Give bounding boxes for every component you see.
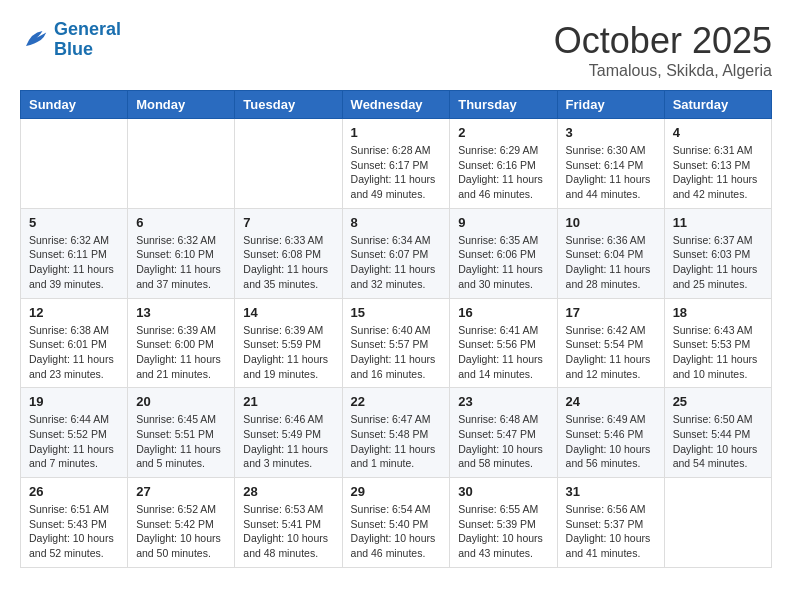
logo-icon [20,25,50,55]
calendar-week-row: 5Sunrise: 6:32 AM Sunset: 6:11 PM Daylig… [21,208,772,298]
calendar-cell: 8Sunrise: 6:34 AM Sunset: 6:07 PM Daylig… [342,208,450,298]
day-info: Sunrise: 6:48 AM Sunset: 5:47 PM Dayligh… [458,412,548,471]
calendar-cell: 19Sunrise: 6:44 AM Sunset: 5:52 PM Dayli… [21,388,128,478]
day-info: Sunrise: 6:37 AM Sunset: 6:03 PM Dayligh… [673,233,763,292]
calendar-cell [21,119,128,209]
calendar-cell: 3Sunrise: 6:30 AM Sunset: 6:14 PM Daylig… [557,119,664,209]
day-info: Sunrise: 6:52 AM Sunset: 5:42 PM Dayligh… [136,502,226,561]
calendar-cell: 10Sunrise: 6:36 AM Sunset: 6:04 PM Dayli… [557,208,664,298]
calendar-cell: 29Sunrise: 6:54 AM Sunset: 5:40 PM Dayli… [342,478,450,568]
day-number: 20 [136,394,226,409]
day-number: 3 [566,125,656,140]
calendar-cell: 23Sunrise: 6:48 AM Sunset: 5:47 PM Dayli… [450,388,557,478]
calendar-cell: 31Sunrise: 6:56 AM Sunset: 5:37 PM Dayli… [557,478,664,568]
day-number: 8 [351,215,442,230]
day-number: 31 [566,484,656,499]
day-info: Sunrise: 6:34 AM Sunset: 6:07 PM Dayligh… [351,233,442,292]
weekday-header: Sunday [21,91,128,119]
day-number: 30 [458,484,548,499]
day-number: 26 [29,484,119,499]
day-info: Sunrise: 6:40 AM Sunset: 5:57 PM Dayligh… [351,323,442,382]
day-info: Sunrise: 6:38 AM Sunset: 6:01 PM Dayligh… [29,323,119,382]
weekday-header: Monday [128,91,235,119]
day-info: Sunrise: 6:41 AM Sunset: 5:56 PM Dayligh… [458,323,548,382]
day-info: Sunrise: 6:51 AM Sunset: 5:43 PM Dayligh… [29,502,119,561]
calendar-cell: 30Sunrise: 6:55 AM Sunset: 5:39 PM Dayli… [450,478,557,568]
calendar-cell: 17Sunrise: 6:42 AM Sunset: 5:54 PM Dayli… [557,298,664,388]
day-info: Sunrise: 6:45 AM Sunset: 5:51 PM Dayligh… [136,412,226,471]
day-number: 21 [243,394,333,409]
calendar-cell: 16Sunrise: 6:41 AM Sunset: 5:56 PM Dayli… [450,298,557,388]
day-info: Sunrise: 6:36 AM Sunset: 6:04 PM Dayligh… [566,233,656,292]
calendar-cell: 14Sunrise: 6:39 AM Sunset: 5:59 PM Dayli… [235,298,342,388]
day-info: Sunrise: 6:32 AM Sunset: 6:11 PM Dayligh… [29,233,119,292]
day-info: Sunrise: 6:55 AM Sunset: 5:39 PM Dayligh… [458,502,548,561]
logo: General Blue [20,20,121,60]
day-number: 25 [673,394,763,409]
calendar-week-row: 12Sunrise: 6:38 AM Sunset: 6:01 PM Dayli… [21,298,772,388]
day-number: 29 [351,484,442,499]
day-info: Sunrise: 6:46 AM Sunset: 5:49 PM Dayligh… [243,412,333,471]
day-number: 2 [458,125,548,140]
day-number: 4 [673,125,763,140]
calendar-header-row: SundayMondayTuesdayWednesdayThursdayFrid… [21,91,772,119]
day-info: Sunrise: 6:44 AM Sunset: 5:52 PM Dayligh… [29,412,119,471]
day-number: 12 [29,305,119,320]
day-info: Sunrise: 6:42 AM Sunset: 5:54 PM Dayligh… [566,323,656,382]
day-info: Sunrise: 6:32 AM Sunset: 6:10 PM Dayligh… [136,233,226,292]
day-number: 14 [243,305,333,320]
weekday-header: Wednesday [342,91,450,119]
day-number: 23 [458,394,548,409]
month-title: October 2025 [554,20,772,62]
calendar-cell: 18Sunrise: 6:43 AM Sunset: 5:53 PM Dayli… [664,298,771,388]
day-info: Sunrise: 6:29 AM Sunset: 6:16 PM Dayligh… [458,143,548,202]
day-number: 27 [136,484,226,499]
calendar-cell: 21Sunrise: 6:46 AM Sunset: 5:49 PM Dayli… [235,388,342,478]
day-info: Sunrise: 6:39 AM Sunset: 6:00 PM Dayligh… [136,323,226,382]
day-info: Sunrise: 6:35 AM Sunset: 6:06 PM Dayligh… [458,233,548,292]
day-info: Sunrise: 6:43 AM Sunset: 5:53 PM Dayligh… [673,323,763,382]
calendar-cell: 25Sunrise: 6:50 AM Sunset: 5:44 PM Dayli… [664,388,771,478]
day-number: 11 [673,215,763,230]
weekday-header: Friday [557,91,664,119]
day-number: 1 [351,125,442,140]
day-info: Sunrise: 6:53 AM Sunset: 5:41 PM Dayligh… [243,502,333,561]
calendar-cell: 24Sunrise: 6:49 AM Sunset: 5:46 PM Dayli… [557,388,664,478]
calendar-week-row: 1Sunrise: 6:28 AM Sunset: 6:17 PM Daylig… [21,119,772,209]
logo-line2: Blue [54,39,93,59]
calendar-table: SundayMondayTuesdayWednesdayThursdayFrid… [20,90,772,568]
location-subtitle: Tamalous, Skikda, Algeria [554,62,772,80]
day-info: Sunrise: 6:28 AM Sunset: 6:17 PM Dayligh… [351,143,442,202]
logo-text: General Blue [54,20,121,60]
title-block: October 2025 Tamalous, Skikda, Algeria [554,20,772,80]
weekday-header: Tuesday [235,91,342,119]
day-info: Sunrise: 6:47 AM Sunset: 5:48 PM Dayligh… [351,412,442,471]
calendar-cell: 5Sunrise: 6:32 AM Sunset: 6:11 PM Daylig… [21,208,128,298]
calendar-cell: 1Sunrise: 6:28 AM Sunset: 6:17 PM Daylig… [342,119,450,209]
calendar-cell: 7Sunrise: 6:33 AM Sunset: 6:08 PM Daylig… [235,208,342,298]
day-number: 15 [351,305,442,320]
day-number: 13 [136,305,226,320]
logo-line1: General [54,19,121,39]
day-info: Sunrise: 6:33 AM Sunset: 6:08 PM Dayligh… [243,233,333,292]
day-info: Sunrise: 6:50 AM Sunset: 5:44 PM Dayligh… [673,412,763,471]
day-number: 16 [458,305,548,320]
calendar-cell [664,478,771,568]
day-number: 6 [136,215,226,230]
day-number: 18 [673,305,763,320]
day-info: Sunrise: 6:31 AM Sunset: 6:13 PM Dayligh… [673,143,763,202]
calendar-cell: 15Sunrise: 6:40 AM Sunset: 5:57 PM Dayli… [342,298,450,388]
calendar-cell: 6Sunrise: 6:32 AM Sunset: 6:10 PM Daylig… [128,208,235,298]
calendar-week-row: 26Sunrise: 6:51 AM Sunset: 5:43 PM Dayli… [21,478,772,568]
weekday-header: Thursday [450,91,557,119]
day-number: 9 [458,215,548,230]
calendar-cell: 13Sunrise: 6:39 AM Sunset: 6:00 PM Dayli… [128,298,235,388]
day-info: Sunrise: 6:49 AM Sunset: 5:46 PM Dayligh… [566,412,656,471]
day-number: 19 [29,394,119,409]
day-info: Sunrise: 6:30 AM Sunset: 6:14 PM Dayligh… [566,143,656,202]
day-info: Sunrise: 6:54 AM Sunset: 5:40 PM Dayligh… [351,502,442,561]
calendar-cell: 22Sunrise: 6:47 AM Sunset: 5:48 PM Dayli… [342,388,450,478]
day-number: 22 [351,394,442,409]
day-info: Sunrise: 6:39 AM Sunset: 5:59 PM Dayligh… [243,323,333,382]
calendar-cell: 20Sunrise: 6:45 AM Sunset: 5:51 PM Dayli… [128,388,235,478]
